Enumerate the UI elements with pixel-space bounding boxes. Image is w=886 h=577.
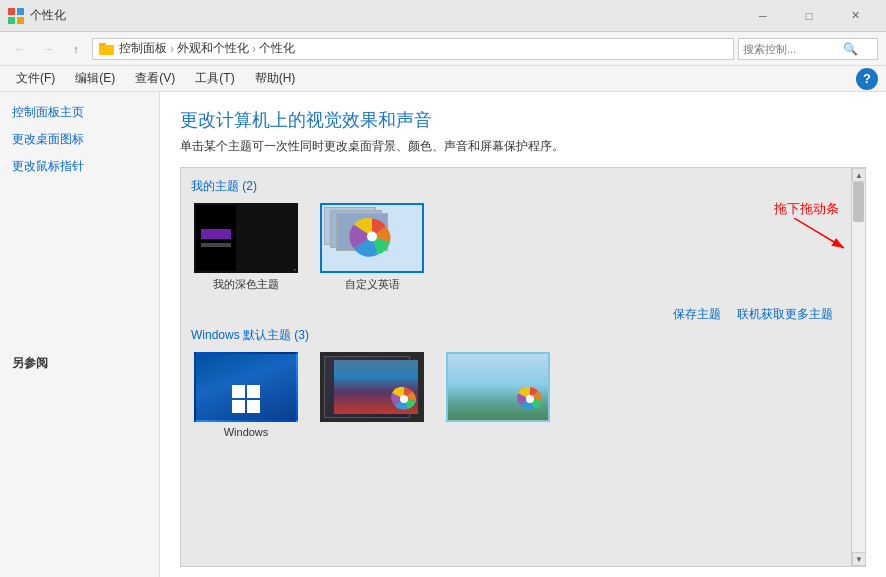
theme-custom-en[interactable]: 自定义英语 [317, 203, 427, 292]
my-themes-row: 我的深色主题 [191, 203, 855, 292]
windows-themes-label: Windows 默认主题 (3) [191, 327, 855, 344]
save-theme-link[interactable]: 保存主题 [673, 306, 721, 323]
page-description: 单击某个主题可一次性同时更改桌面背景、颜色、声音和屏幕保护程序。 [180, 138, 866, 155]
up-button[interactable]: ↑ [64, 37, 88, 61]
menu-view[interactable]: 查看(V) [127, 68, 183, 89]
svg-rect-4 [99, 45, 114, 55]
scroll-down-button[interactable]: ▼ [852, 552, 866, 566]
my-themes-label: 我的主题 (2) [191, 178, 855, 195]
theme-custom-thumb [320, 203, 424, 273]
close-button[interactable]: ✕ [832, 0, 878, 32]
window-controls: ─ □ ✕ [740, 0, 878, 32]
save-row: 保存主题 联机获取更多主题 [191, 302, 837, 327]
address-path[interactable]: 控制面板 › 外观和个性化 › 个性化 [92, 38, 734, 60]
svg-rect-5 [99, 43, 106, 46]
theme-dark-label: 我的深色主题 [213, 277, 279, 292]
svg-rect-10 [247, 400, 260, 413]
scroll-thumb[interactable] [853, 182, 864, 222]
menu-tools[interactable]: 工具(T) [187, 68, 242, 89]
sidebar-link-mouse-pointer[interactable]: 更改鼠标指针 [12, 158, 147, 175]
theme-win-flower[interactable] [443, 352, 553, 438]
theme-panel: 我的主题 (2) [180, 167, 866, 567]
theme-win-flower-thumb [446, 352, 550, 422]
app-icon [8, 8, 24, 24]
forward-button[interactable]: → [36, 37, 60, 61]
theme-dark[interactable]: 我的深色主题 [191, 203, 301, 292]
svg-rect-3 [17, 17, 24, 24]
menu-file[interactable]: 文件(F) [8, 68, 63, 89]
svg-point-12 [526, 395, 534, 403]
theme-dark-thumb [194, 203, 298, 273]
svg-rect-0 [8, 8, 15, 15]
minimize-button[interactable]: ─ [740, 0, 786, 32]
annotation-text: 拖下拖动条 [774, 201, 839, 216]
menubar: 文件(F) 编辑(E) 查看(V) 工具(T) 帮助(H) ? [0, 66, 886, 92]
sidebar-link-desktop-icons[interactable]: 更改桌面图标 [12, 131, 147, 148]
theme-win-multi-thumb [320, 352, 424, 422]
theme-custom-label: 自定义英语 [345, 277, 400, 292]
back-button[interactable]: ← [8, 37, 32, 61]
search-icon: 🔍 [843, 42, 858, 56]
window-title: 个性化 [30, 7, 740, 24]
svg-point-6 [367, 232, 377, 242]
svg-rect-8 [247, 385, 260, 398]
get-more-link[interactable]: 联机获取更多主题 [737, 306, 833, 323]
menu-help[interactable]: 帮助(H) [247, 68, 304, 89]
sidebar-link-home[interactable]: 控制面板主页 [12, 104, 147, 121]
theme-win-label: Windows [224, 426, 269, 438]
theme-win-blue[interactable]: Windows [191, 352, 301, 438]
titlebar: 个性化 ─ □ ✕ [0, 0, 886, 32]
svg-rect-2 [8, 17, 15, 24]
breadcrumb-part1: 控制面板 › 外观和个性化 › 个性化 [119, 40, 295, 57]
also-see-title: 另参阅 [12, 355, 147, 372]
content-area: 更改计算机上的视觉效果和声音 单击某个主题可一次性同时更改桌面背景、颜色、声音和… [160, 92, 886, 577]
windows-themes-row: Windows [191, 352, 855, 438]
sidebar: 控制面板主页 更改桌面图标 更改鼠标指针 另参阅 [0, 92, 160, 577]
svg-line-14 [794, 218, 844, 248]
svg-rect-9 [232, 400, 245, 413]
search-box[interactable]: 🔍 [738, 38, 878, 60]
theme-win-multi[interactable] [317, 352, 427, 438]
maximize-button[interactable]: □ [786, 0, 832, 32]
svg-point-11 [400, 395, 408, 403]
search-input[interactable] [743, 43, 843, 55]
annotation-arrow [794, 218, 854, 258]
svg-rect-7 [232, 385, 245, 398]
addressbar: ← → ↑ 控制面板 › 外观和个性化 › 个性化 🔍 [0, 32, 886, 66]
annotation-container: 拖下拖动条 [774, 200, 839, 218]
page-title: 更改计算机上的视觉效果和声音 [180, 108, 866, 132]
main-area: 控制面板主页 更改桌面图标 更改鼠标指针 另参阅 更改计算机上的视觉效果和声音 … [0, 92, 886, 577]
svg-rect-1 [17, 8, 24, 15]
menu-edit[interactable]: 编辑(E) [67, 68, 123, 89]
theme-scroll-area[interactable]: 我的主题 (2) [181, 168, 865, 566]
scroll-up-button[interactable]: ▲ [852, 168, 866, 182]
help-button[interactable]: ? [856, 68, 878, 90]
theme-win-blue-thumb [194, 352, 298, 422]
